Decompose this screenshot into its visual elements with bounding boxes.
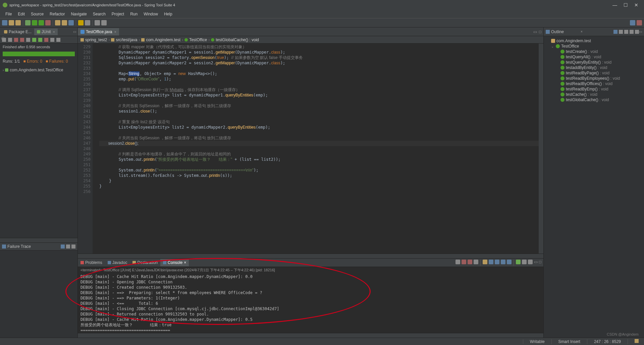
menu-file[interactable]: File [3, 11, 14, 17]
menu-source[interactable]: Source [28, 11, 46, 17]
tab-declaration[interactable]: Declaration [130, 259, 160, 266]
open-type-icon[interactable] [68, 20, 74, 25]
breadcrumb[interactable]: spring_test2› src/test/java› com.Anginde… [78, 36, 543, 44]
chevron-down-icon[interactable]: ⌄ [551, 45, 554, 48]
editor-scroll-h[interactable] [78, 254, 543, 258]
word-wrap-icon[interactable] [489, 260, 493, 264]
minimize-view-icon[interactable]: ▭ [533, 29, 537, 34]
show-console-icon[interactable] [495, 260, 499, 264]
close-tab-icon[interactable]: × [114, 30, 116, 34]
clear-console-icon[interactable] [474, 260, 478, 264]
filter-icon[interactable] [66, 245, 70, 249]
tab-console[interactable]: Console× [160, 259, 189, 266]
console-output[interactable]: DEBUG [main] - Cache Hit Ratio [com.Angi… [78, 273, 543, 333]
scroll-lock-icon[interactable] [26, 38, 30, 42]
outline-method[interactable]: testCreate() : void [546, 49, 641, 54]
prev-fail-icon[interactable] [8, 38, 12, 42]
tab-junit[interactable]: JUnit × [34, 28, 58, 35]
forward-icon[interactable] [101, 20, 107, 25]
outline-method[interactable]: testGlobalCache() : void [546, 97, 641, 102]
show-skipped-icon[interactable] [20, 38, 24, 42]
outline-method[interactable]: testReadByPage() : void [546, 70, 641, 76]
junit-tree[interactable]: › com.Angindem.test.TestOffice [0, 65, 77, 75]
open-console-icon[interactable] [516, 260, 521, 264]
close-icon[interactable]: × [53, 30, 55, 34]
stop-icon[interactable] [45, 20, 51, 25]
outline-method[interactable]: testReadByEmployees() : void [546, 76, 641, 81]
menu-window[interactable]: Window [141, 11, 161, 17]
tab-problems[interactable]: Problems [78, 259, 105, 266]
menu-refactor[interactable]: Refactor [47, 11, 67, 17]
scroll-lock-console-icon[interactable] [483, 260, 487, 264]
close-button[interactable]: ✕ [634, 3, 639, 7]
perspective-debug-icon[interactable] [637, 20, 642, 25]
outline-method[interactable]: testCache() : void [546, 92, 641, 97]
maximize-view-icon[interactable]: □ [539, 29, 541, 34]
sort-icon[interactable] [613, 30, 618, 34]
rerun-failed-icon[interactable] [38, 38, 42, 42]
close-console-icon[interactable]: × [184, 260, 186, 265]
new-class-icon[interactable] [62, 20, 67, 25]
toggle-mark-icon[interactable] [85, 20, 90, 25]
menu-help[interactable]: Help [161, 11, 175, 17]
outline-method[interactable]: testReadByEmp() : void [546, 86, 641, 92]
save-icon[interactable] [9, 20, 14, 25]
code-body[interactable]: // 获取 mapper 对象（代理模式，可以靠纽返回当前接口的实现类对象） D… [93, 44, 539, 254]
failure-trace-icon [2, 245, 6, 249]
min-console-icon[interactable] [528, 260, 533, 264]
junit-progress [3, 52, 75, 56]
debug-icon[interactable] [25, 20, 31, 25]
coverage-icon[interactable] [39, 20, 44, 25]
new-console-icon[interactable] [522, 260, 527, 264]
pin-console-icon[interactable] [501, 260, 505, 264]
tab-package-explorer[interactable]: Package E... [1, 28, 34, 35]
code-editor[interactable]: 229 230 231 232 233 234 235 236 237 238 … [78, 44, 543, 254]
menu-project[interactable]: Project [109, 11, 127, 17]
outline-method[interactable]: testQueryByEntity() : void [546, 60, 641, 65]
tip-icon[interactable] [635, 339, 639, 343]
search-icon[interactable] [78, 20, 84, 25]
maximize-button[interactable]: ☐ [623, 3, 628, 7]
left-scroll-h[interactable] [0, 238, 77, 243]
compare-icon[interactable] [61, 245, 65, 249]
outline-method[interactable]: testQueryAll() : void [546, 54, 641, 60]
menu-navigate[interactable]: Navigate [68, 11, 89, 17]
restore-icon[interactable] [1, 37, 5, 40]
back-icon[interactable] [95, 20, 100, 25]
failures-only-icon[interactable] [14, 38, 18, 42]
outline-method[interactable]: testReadByOffices() : void [546, 81, 641, 86]
hide-fields-icon[interactable] [619, 30, 623, 34]
minimize-button[interactable]: — [612, 3, 617, 7]
remove-launch-icon[interactable] [462, 260, 466, 264]
pin-icon[interactable] [56, 38, 60, 42]
hide-local-icon[interactable] [635, 30, 639, 34]
hide-static-icon[interactable] [624, 30, 628, 34]
new-icon[interactable] [2, 20, 7, 25]
stop-junit-icon[interactable] [44, 38, 48, 42]
rerun-icon[interactable] [32, 38, 36, 42]
run-icon[interactable] [32, 20, 37, 25]
expand-icon[interactable] [71, 245, 75, 249]
history-icon[interactable] [50, 38, 54, 42]
console-scroll-h[interactable] [78, 333, 543, 338]
display-icon[interactable] [507, 260, 512, 264]
new-java-icon[interactable] [55, 20, 60, 25]
editor-tab-testoffice[interactable]: TestOffice.java × [78, 28, 119, 36]
tab-javadoc[interactable]: Javadoc [105, 259, 130, 266]
chevron-right-icon[interactable]: › [3, 68, 4, 72]
menu-edit[interactable]: Edit [15, 11, 28, 17]
folder-icon [111, 38, 114, 42]
terminate-relaunch-icon[interactable] [455, 260, 460, 264]
hide-nonpublic-icon[interactable] [630, 30, 634, 34]
menu-search[interactable]: Search [90, 11, 108, 17]
save-all-icon[interactable] [15, 20, 21, 25]
menu-run[interactable]: Run [127, 11, 140, 17]
perspective-java-icon[interactable] [630, 20, 635, 25]
package-explorer-icon [4, 30, 7, 33]
outline-method[interactable]: testaddByEntity() : void [546, 65, 641, 70]
editor-vscroll[interactable] [539, 44, 543, 254]
remove-all-icon[interactable] [468, 260, 472, 264]
view-menu-icon[interactable]: ▭ [73, 30, 77, 33]
status-cursor-pos: 247 : 26 : 8529 [587, 339, 628, 344]
outline-tree[interactable]: com.Angindem.test ⌄TestOffice testCreate… [544, 36, 644, 105]
